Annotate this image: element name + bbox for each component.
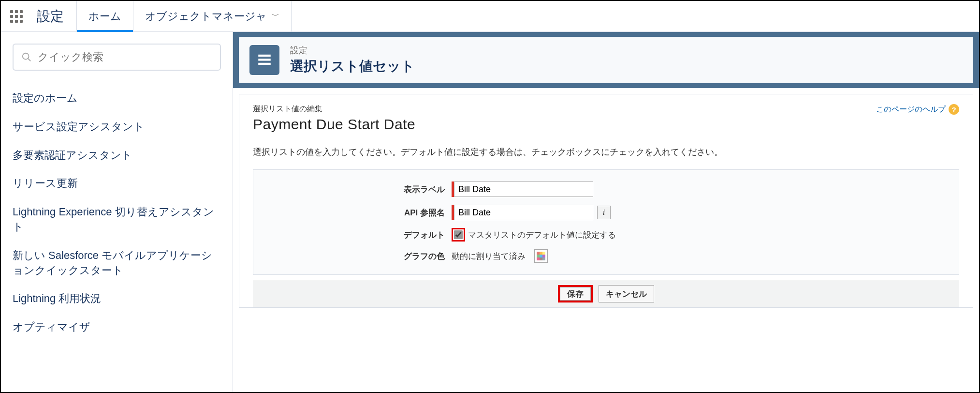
label-display: 表示ラベル [253, 184, 452, 195]
tab-home[interactable]: ホーム [76, 1, 133, 31]
label-api-name: API 参照名 [253, 207, 452, 218]
chevron-down-icon: ﹀ [272, 11, 279, 21]
topbar: 設定 ホーム オブジェクトマネージャ ﹀ [1, 1, 979, 32]
svg-line-1 [28, 59, 31, 61]
highlight-default-checkbox [452, 228, 465, 242]
tab-home-label: ホーム [88, 9, 121, 24]
breadcrumb: 設定 [290, 45, 415, 56]
page-title: 選択リスト値セット [290, 57, 415, 76]
row-api-name: API 参照名 i [253, 205, 959, 220]
input-display-label[interactable] [454, 181, 593, 197]
api-name-info-button[interactable]: i [597, 206, 611, 219]
tab-object-manager[interactable]: オブジェクトマネージャ ﹀ [133, 1, 292, 31]
button-bar: 保存 キャンセル [253, 280, 959, 307]
label-default: デフォルト [253, 229, 452, 241]
default-checkbox-label: マスタリストのデフォルト値に設定する [468, 229, 616, 241]
sidebar-item-setup-home[interactable]: 設定のホーム [13, 84, 221, 113]
quick-find-input[interactable] [38, 51, 212, 63]
waffle-icon [10, 10, 23, 23]
row-chart-color: グラフの色 動的に割り当て済み [253, 249, 959, 263]
tab-object-manager-label: オブジェクトマネージャ [145, 9, 267, 24]
color-picker-button[interactable] [534, 249, 548, 263]
highlight-save-button: 保存 [558, 285, 593, 302]
app-title: 設定 [32, 1, 76, 31]
help-icon: ? [949, 104, 959, 115]
sidebar-item-optimizer[interactable]: オプティマイザ [13, 313, 221, 342]
page-banner-bg: 設定 選択リスト値セット [233, 32, 979, 88]
sidebar: 設定のホーム サービス設定アシスタント 多要素認証アシスタント リリース更新 L… [1, 32, 233, 392]
picklist-icon [249, 45, 279, 75]
sidebar-item-release-updates[interactable]: リリース更新 [13, 169, 221, 198]
section-eyebrow: 選択リスト値の編集 [253, 104, 415, 114]
page-description: 選択リストの値を入力してください。デフォルト値に設定する場合は、チェックボックス… [253, 146, 959, 158]
row-default: デフォルト マスタリストのデフォルト値に設定する [253, 228, 959, 242]
main-content: 設定 選択リスト値セット 選択リスト値の編集 Payment Due Start… [233, 32, 979, 392]
save-button[interactable]: 保存 [560, 287, 591, 301]
search-icon [21, 52, 32, 62]
content-panel: 選択リスト値の編集 Payment Due Start Date このページのヘ… [239, 94, 973, 308]
default-checkbox[interactable] [454, 230, 463, 239]
form-area: 表示ラベル API 参照名 i デフォルト [253, 169, 959, 275]
input-api-name[interactable] [454, 205, 593, 220]
sidebar-item-service-assist[interactable]: サービス設定アシスタント [13, 113, 221, 141]
sidebar-item-lex-transition[interactable]: Lightning Experience 切り替えアシスタント [13, 198, 221, 242]
sidebar-item-lightning-usage[interactable]: Lightning 利用状況 [13, 285, 221, 313]
app-launcher-button[interactable] [1, 1, 32, 31]
page-help-label: このページのヘルプ [876, 105, 946, 115]
page-help-link[interactable]: このページのヘルプ ? [876, 104, 959, 115]
chart-color-value: 動的に割り当て済み [452, 251, 526, 262]
color-swatch-icon [537, 252, 545, 260]
quick-find-search[interactable] [13, 44, 221, 71]
sidebar-item-mobile-quickstart[interactable]: 新しい Salesforce モバイルアプリケーションクイックスタート [13, 242, 221, 285]
cancel-button[interactable]: キャンセル [599, 285, 654, 302]
page-banner: 設定 選択リスト値セット [239, 37, 973, 83]
label-chart-color: グラフの色 [253, 251, 452, 262]
sidebar-item-mfa-assist[interactable]: 多要素認証アシスタント [13, 141, 221, 170]
section-title: Payment Due Start Date [253, 116, 415, 133]
row-display-label: 表示ラベル [253, 181, 959, 197]
svg-point-0 [23, 53, 29, 60]
